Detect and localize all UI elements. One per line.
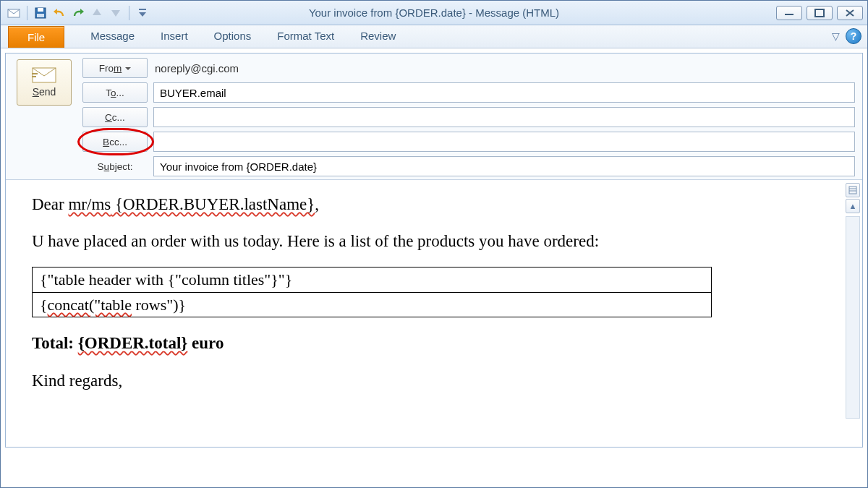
mail-icon[interactable] — [5, 4, 22, 22]
table-row: {concat("table rows")} — [33, 292, 712, 317]
qat-customize-icon[interactable] — [134, 4, 151, 22]
tab-format-text[interactable]: Format Text — [264, 25, 347, 48]
svg-marker-7 — [111, 10, 120, 17]
subject-label: Subject: — [82, 161, 148, 172]
close-button[interactable] — [837, 6, 863, 20]
scroll-up-icon[interactable]: ▲ — [846, 199, 860, 213]
window-controls — [776, 6, 863, 20]
from-value: noreply@cgi.com — [153, 62, 855, 74]
svg-rect-3 — [37, 14, 44, 17]
send-label: Send — [33, 86, 56, 98]
send-envelope-icon — [32, 67, 56, 83]
quick-access-toolbar — [5, 4, 151, 22]
redo-icon[interactable] — [69, 4, 87, 22]
subject-input[interactable] — [153, 156, 855, 176]
svg-rect-8 — [139, 9, 146, 10]
title-bar: Your invoice from {ORDER.date} - Message… — [1, 1, 867, 25]
bcc-button[interactable]: Bcc... — [82, 132, 148, 152]
tab-options[interactable]: Options — [201, 25, 265, 48]
ribbon: File Message Insert Options Format Text … — [1, 25, 867, 48]
body-side-rail: ▲ — [845, 183, 861, 419]
svg-rect-17 — [849, 187, 856, 194]
vertical-scrollbar[interactable] — [846, 216, 860, 419]
svg-marker-4 — [54, 9, 57, 14]
prev-item-icon[interactable] — [88, 4, 106, 22]
cc-input[interactable] — [153, 107, 855, 127]
template-table: {"table header with {"column titles"}"} … — [32, 267, 712, 317]
signoff-line: Kind regards, — [32, 369, 842, 392]
svg-rect-10 — [785, 14, 793, 15]
tab-message[interactable]: Message — [77, 25, 148, 48]
file-tab[interactable]: File — [8, 26, 64, 48]
svg-rect-16 — [32, 76, 36, 77]
message-body[interactable]: Dear mr/ms {ORDER.BUYER.lastName}, U hav… — [6, 179, 862, 447]
to-input[interactable] — [153, 82, 855, 103]
help-icon[interactable]: ? — [846, 28, 861, 44]
maximize-button[interactable] — [807, 6, 833, 20]
svg-marker-9 — [139, 12, 146, 17]
ruler-toggle-icon[interactable] — [846, 183, 860, 197]
svg-marker-5 — [80, 9, 84, 14]
undo-icon[interactable] — [51, 4, 68, 22]
from-button[interactable]: From — [82, 58, 148, 78]
save-icon[interactable] — [32, 4, 49, 22]
svg-rect-15 — [32, 73, 38, 74]
ribbon-minimize-icon[interactable]: ▽ — [832, 30, 840, 42]
greeting-line: Dear mr/ms {ORDER.BUYER.lastName}, — [32, 193, 842, 215]
tab-insert[interactable]: Insert — [148, 25, 201, 48]
message-header: Send From noreply@cgi.com To... Cc... Bc… — [6, 53, 862, 179]
to-button[interactable]: To... — [82, 82, 148, 103]
svg-rect-11 — [815, 9, 824, 17]
table-row: {"table header with {"column titles"}"} — [33, 267, 712, 293]
intro-line: U have placed an order with us today. He… — [32, 230, 842, 252]
tab-review[interactable]: Review — [347, 25, 409, 48]
cc-button[interactable]: Cc... — [82, 107, 148, 127]
bcc-input[interactable] — [153, 132, 855, 152]
svg-rect-2 — [38, 8, 43, 12]
minimize-button[interactable] — [776, 6, 802, 20]
next-item-icon[interactable] — [107, 4, 124, 22]
total-line: Total: {ORDER.total} euro — [32, 332, 842, 354]
send-button[interactable]: Send — [17, 59, 72, 106]
svg-marker-6 — [93, 9, 101, 15]
compose-pane: Send From noreply@cgi.com To... Cc... Bc… — [5, 53, 863, 448]
